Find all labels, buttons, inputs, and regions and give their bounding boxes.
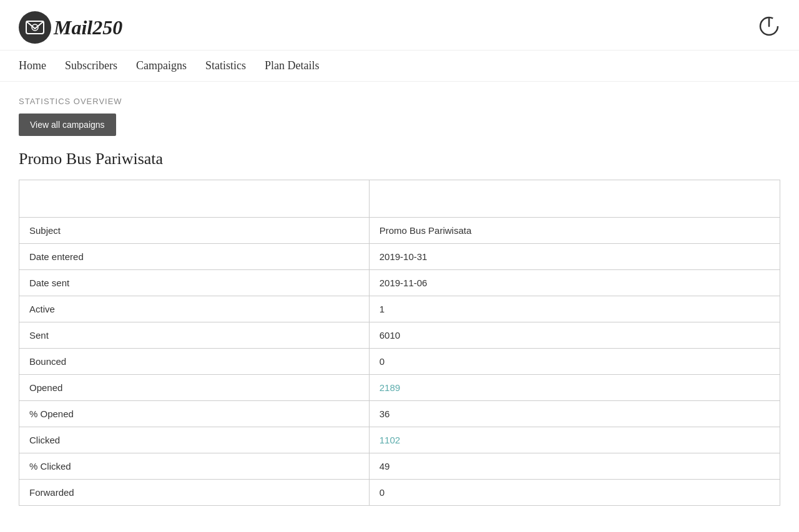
- row-value: Promo Bus Pariwisata: [369, 218, 780, 244]
- nav-subscribers[interactable]: Subscribers: [65, 59, 117, 72]
- row-label: Sent: [19, 322, 370, 349]
- navigation: Home Subscribers Campaigns Statistics Pl…: [0, 51, 799, 82]
- table-row: % Opened36: [19, 401, 780, 427]
- table-row: Date sent2019-11-06: [19, 270, 780, 296]
- row-label: Date sent: [19, 270, 370, 296]
- stats-table: SubjectPromo Bus PariwisataDate entered2…: [19, 180, 780, 506]
- nav-home[interactable]: Home: [19, 59, 46, 72]
- table-row: Date entered2019-10-31: [19, 244, 780, 270]
- logo: Mail250: [19, 11, 122, 44]
- main-content: STATISTICS OVERVIEW View all campaigns P…: [0, 82, 799, 521]
- row-value: 36: [369, 401, 780, 427]
- row-value: 1: [369, 296, 780, 322]
- row-value[interactable]: 2189: [369, 375, 780, 401]
- row-value: 2019-11-06: [369, 270, 780, 296]
- nav-campaigns[interactable]: Campaigns: [136, 59, 187, 72]
- row-label: Active: [19, 296, 370, 322]
- nav-plan-details[interactable]: Plan Details: [265, 59, 320, 72]
- campaign-title: Promo Bus Pariwisata: [19, 150, 780, 168]
- row-label: Bounced: [19, 349, 370, 375]
- row-link-value[interactable]: 2189: [380, 382, 400, 393]
- row-label: % Opened: [19, 401, 370, 427]
- row-value: 6010: [369, 322, 780, 349]
- section-label: STATISTICS OVERVIEW: [19, 97, 780, 106]
- row-link-value[interactable]: 1102: [380, 435, 400, 445]
- table-row: Clicked1102: [19, 427, 780, 453]
- table-row: SubjectPromo Bus Pariwisata: [19, 218, 780, 244]
- empty-header-right: [369, 180, 780, 218]
- row-label: Clicked: [19, 427, 370, 453]
- table-row: Opened2189: [19, 375, 780, 401]
- logo-icon: [19, 11, 51, 44]
- table-row: Active1: [19, 296, 780, 322]
- row-value: 0: [369, 349, 780, 375]
- table-row: Sent6010: [19, 322, 780, 349]
- row-value: 0: [369, 480, 780, 506]
- row-label: Date entered: [19, 244, 370, 270]
- empty-header-left: [19, 180, 370, 218]
- row-value: 2019-10-31: [369, 244, 780, 270]
- nav-statistics[interactable]: Statistics: [205, 59, 246, 72]
- power-button[interactable]: [758, 15, 780, 40]
- logo-text: Mail250: [54, 16, 122, 39]
- row-value[interactable]: 1102: [369, 427, 780, 453]
- header: Mail250: [0, 0, 799, 51]
- view-all-campaigns-button[interactable]: View all campaigns: [19, 114, 116, 136]
- row-value: 49: [369, 453, 780, 480]
- row-label: % Clicked: [19, 453, 370, 480]
- table-row: % Clicked49: [19, 453, 780, 480]
- row-label: Opened: [19, 375, 370, 401]
- table-header-row: [19, 180, 780, 218]
- table-row: Forwarded0: [19, 480, 780, 506]
- row-label: Forwarded: [19, 480, 370, 506]
- table-row: Bounced0: [19, 349, 780, 375]
- row-label: Subject: [19, 218, 370, 244]
